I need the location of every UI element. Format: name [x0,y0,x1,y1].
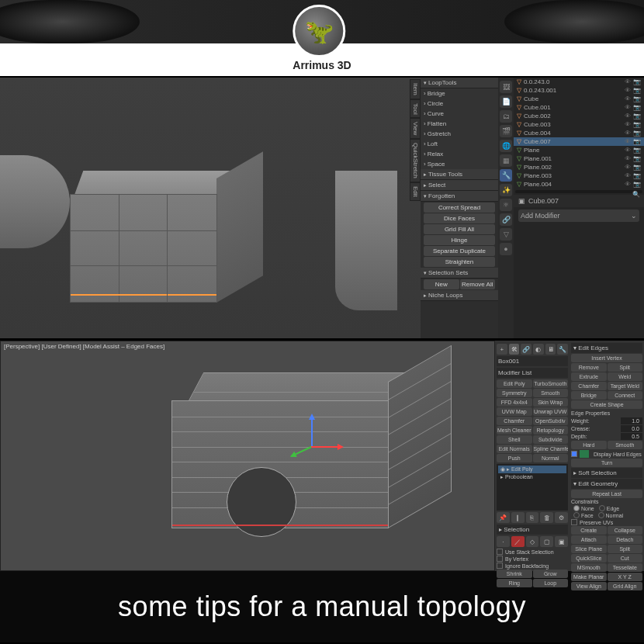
forgotten-header[interactable]: Forgotten [421,191,498,202]
tab-tool[interactable]: Tool [410,99,421,119]
material-tab-icon[interactable]: ● [500,243,512,255]
turn-button[interactable]: Turn [571,459,642,467]
remove-button[interactable]: Remove [571,363,607,372]
outliner-item[interactable]: ▽Cube.007👁📷 [514,137,644,146]
max-viewport[interactable]: [Perspective] [User Defined] [Model Assi… [0,341,495,571]
viewlayer-tab-icon[interactable]: 🗂 [500,110,512,123]
connect-button[interactable]: Connect [608,391,643,400]
selset-new-button[interactable]: New [424,279,459,289]
constraint-none-radio[interactable]: None [573,505,594,511]
color-swatch[interactable] [580,450,589,458]
configure-icon[interactable]: ⚙ [555,512,568,523]
selection-rollout[interactable]: ▸ Selection [497,525,568,535]
correct-spread-button[interactable]: Correct Spread [424,203,495,213]
mod-subdivide[interactable]: Subdivide [533,435,569,444]
looptools-space[interactable]: Space [421,159,498,169]
hierarchy-tab-icon[interactable]: 🔗 [521,344,531,355]
straighten-button[interactable]: Straighten [424,257,495,267]
blender-viewport[interactable] [0,78,421,338]
particles-tab-icon[interactable]: ✨ [500,184,512,196]
modify-tab-icon[interactable]: 🛠 [509,344,520,355]
xyz-button[interactable]: X Y Z [608,573,643,581]
element-subobj-icon[interactable]: ▣ [555,536,568,547]
ignore-backfacing-check[interactable]: Ignore Backfacing [497,563,568,569]
split-button[interactable]: Split [608,363,643,372]
by-vertex-check[interactable]: By Vertex [497,556,568,562]
mod-editpoly[interactable]: Edit Poly [497,379,532,388]
looptools-curve[interactable]: Curve [421,109,498,119]
tessellate-button[interactable]: Tessellate [608,563,643,572]
show-end-result-icon[interactable]: ∥ [511,512,525,523]
separate-dup-button[interactable]: Separate Duplicate [424,246,495,256]
depth-spinner[interactable]: 0.5 [621,433,642,440]
mod-smooth[interactable]: Smooth [533,389,569,397]
looptools-header[interactable]: LoopTools [421,78,498,88]
selsets-header[interactable]: Selection Sets [421,268,498,279]
render-tab-icon[interactable]: 🖼 [500,81,512,93]
make-unique-icon[interactable]: ⎘ [526,512,539,523]
display-tab-icon[interactable]: 🖥 [545,344,556,355]
mod-symmetry[interactable]: Symmetry [497,389,532,397]
outliner-search[interactable] [515,190,642,193]
channel-avatar[interactable]: 🦖 [293,5,345,57]
looptools-flatten[interactable]: Flatten [421,119,498,129]
make-planar-button[interactable]: Make Planar [571,573,607,581]
constraints-tab-icon[interactable]: 🔗 [500,213,512,226]
outliner-item[interactable]: ▽Plane.002👁📷 [514,163,644,171]
edge-subobj-icon[interactable]: ／ [511,536,525,547]
modifier-tab-icon[interactable]: 🔧 [500,169,512,182]
mod-ffd[interactable]: FFD 4x4x4 [497,398,532,407]
select-header[interactable]: Select [421,180,498,191]
grid-fill-button[interactable]: Grid Fill All [424,224,495,234]
outliner-item[interactable]: ▽Cube.001👁📷 [514,103,644,112]
looptools-bridge[interactable]: Bridge [421,88,498,99]
tissue-header[interactable]: Tissue Tools [421,169,498,180]
outliner-item[interactable]: ▽Cube👁📷 [514,95,644,103]
bridge-button[interactable]: Bridge [571,391,607,400]
outliner-item[interactable]: ▽Cube.002👁📷 [514,112,644,120]
looptools-gstretch[interactable]: Gstretch [421,129,498,139]
outliner-item[interactable]: ▽Plane.004👁📷 [514,180,644,189]
edit-geometry-rollout[interactable]: ▾ Edit Geometry [571,479,642,489]
modifier-stack[interactable]: ◉ ▸ Edit Poly ▸ Probooleаn [497,464,568,511]
mod-shell[interactable]: Shell [497,435,532,444]
ring-button[interactable]: Ring [497,579,532,587]
grow-button[interactable]: Grow [533,570,569,578]
outliner-item[interactable]: ▽0.0.243.001👁📷 [514,86,644,95]
tab-view[interactable]: View [410,118,421,139]
remove-mod-icon[interactable]: 🗑 [540,512,553,523]
mod-uvwmap[interactable]: UVW Map [497,407,532,416]
mod-normal[interactable]: Normal [533,454,569,462]
tab-quickstretch[interactable]: QuickStretch [410,139,421,182]
mod-turbosmooth[interactable]: TurboSmooth [533,379,569,388]
smooth-button[interactable]: Smooth [608,441,643,449]
mod-meshcleaner[interactable]: Mesh Cleaner [497,426,532,435]
world-tab-icon[interactable]: 🌐 [500,140,512,152]
hinge-button[interactable]: Hinge [424,235,495,245]
repeat-last-button[interactable]: Repeat Last [571,490,642,498]
create-shape-button[interactable]: Create Shape [571,400,642,409]
output-tab-icon[interactable]: 📄 [500,95,512,108]
outliner-item[interactable]: ▽Cube.004👁📷 [514,129,644,137]
gizmo-y-axis[interactable] [311,415,313,446]
shrink-button[interactable]: Shrink [497,570,532,578]
pin-stack-icon[interactable]: 📌 [497,512,510,523]
loop-button[interactable]: Loop [533,579,569,587]
looptools-relax[interactable]: Relax [421,149,498,159]
mod-opensubdiv[interactable]: OpenSubdiv [533,417,569,425]
gizmo-x-axis[interactable] [311,446,342,448]
preserve-uvs-check[interactable]: Preserve UVs [571,519,642,525]
weld-button[interactable]: Weld [608,372,643,381]
tab-edit[interactable]: Edit [410,182,421,201]
looptools-loft[interactable]: Loft [421,139,498,149]
slice-plane-button[interactable]: Slice Plane [571,545,607,553]
mod-retopology[interactable]: Retopology [533,426,569,435]
outliner-item[interactable]: ▽Cube.003👁📷 [514,120,644,129]
border-subobj-icon[interactable]: ◇ [526,536,539,547]
target-weld-button[interactable]: Target Weld [608,382,643,390]
data-tab-icon[interactable]: ▽ [500,228,512,241]
view-align-button[interactable]: View Align [571,582,607,590]
detach-button[interactable]: Detach [608,535,643,544]
chamfer-button[interactable]: Chamfer [571,382,607,390]
mod-chamfer[interactable]: Chamfer [497,417,532,425]
